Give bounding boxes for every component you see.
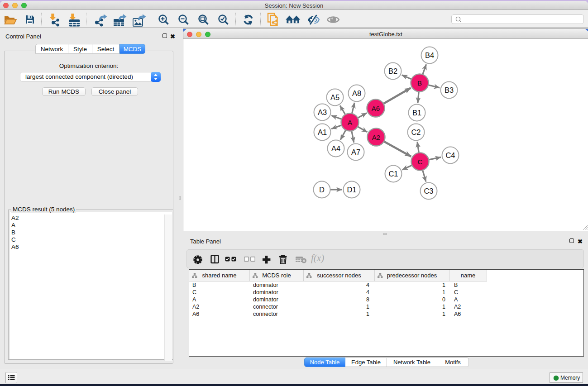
svg-text:A7: A7	[351, 148, 360, 156]
svg-text:A1: A1	[318, 128, 327, 136]
svg-text:A8: A8	[352, 89, 361, 97]
svg-text:A5: A5	[330, 93, 339, 101]
svg-text:A4: A4	[331, 144, 340, 152]
svg-text:B1: B1	[412, 109, 421, 117]
svg-text:A3: A3	[318, 108, 327, 116]
svg-text:C: C	[418, 158, 423, 166]
svg-text:B: B	[417, 79, 422, 87]
svg-text:C4: C4	[445, 151, 455, 159]
svg-text:A2: A2	[372, 133, 380, 141]
svg-text:A: A	[348, 119, 352, 126]
svg-text:D: D	[319, 186, 325, 194]
svg-text:B3: B3	[445, 86, 454, 94]
svg-text:C2: C2	[411, 128, 421, 136]
svg-text:C3: C3	[424, 187, 433, 195]
svg-text:D1: D1	[347, 186, 356, 194]
svg-text:C1: C1	[388, 170, 398, 178]
svg-text:B2: B2	[388, 67, 397, 75]
svg-text:A6: A6	[372, 105, 380, 112]
svg-text:B4: B4	[425, 51, 434, 59]
